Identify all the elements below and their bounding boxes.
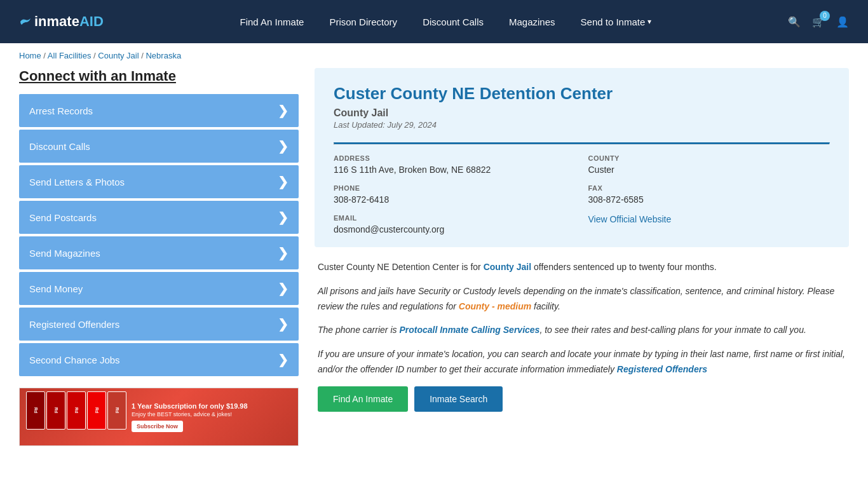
nav-magazines[interactable]: Magazines xyxy=(509,17,555,27)
bottom-buttons: Find An Inmate Inmate Search xyxy=(318,386,846,412)
registered-offenders-link[interactable]: Registered Offenders xyxy=(617,364,707,374)
site-logo: inmateAID xyxy=(19,13,104,30)
fax-label: FAX xyxy=(588,184,831,192)
sidebar-menu: Arrest Records ❯ Discount Calls ❯ Send L… xyxy=(19,94,299,376)
arrow-icon-5: ❯ xyxy=(278,281,288,296)
fax-block: FAX 308-872-6585 xyxy=(588,184,831,205)
email-value: dosmond@custercounty.org xyxy=(334,224,576,234)
facility-divider xyxy=(334,142,830,145)
cart-icon[interactable]: 🛒 0 xyxy=(812,16,825,28)
cart-badge: 0 xyxy=(820,11,830,21)
nav-send-to-inmate[interactable]: Send to Inmate ▾ xyxy=(581,17,652,27)
protocall-link[interactable]: Protocall Inmate Calling Services xyxy=(399,325,539,335)
header-icons-group: 🔍 🛒 0 👤 xyxy=(788,16,849,28)
breadcrumb-state[interactable]: Nebraska xyxy=(146,51,181,60)
address-block: ADDRESS 116 S 11th Ave, Broken Bow, NE 6… xyxy=(334,154,576,175)
advertisement-banner[interactable]: Rd Rd Rd Rd Rd 1 Year Subscription for o… xyxy=(19,388,299,446)
description-section: Custer County NE Detention Center is for… xyxy=(315,260,849,412)
facility-updated: Last Updated: July 29, 2024 xyxy=(334,120,830,130)
nav-discount-calls[interactable]: Discount Calls xyxy=(423,17,484,27)
sidebar-item-send-money[interactable]: Send Money ❯ xyxy=(19,272,299,305)
county-label: COUNTY xyxy=(588,154,831,162)
website-block: View Official Website xyxy=(588,214,831,234)
logo-text-part2: AID xyxy=(79,13,104,30)
desc-para-4: If you are unsure of your inmate's locat… xyxy=(318,347,846,377)
logo-container[interactable]: inmateAID xyxy=(19,13,104,30)
sidebar-item-send-letters[interactable]: Send Letters & Photos ❯ xyxy=(19,165,299,198)
email-label: EMAIL xyxy=(334,214,576,222)
main-content: Connect with an Inmate Arrest Records ❯ … xyxy=(0,68,868,465)
county-medium-link[interactable]: County - medium xyxy=(459,301,531,311)
arrow-icon-3: ❯ xyxy=(278,210,288,225)
ad-subscribe-button[interactable]: Subscribe Now xyxy=(132,421,183,432)
ad-headline: 1 Year Subscription for only $19.98 xyxy=(132,402,292,410)
sidebar-item-send-postcards[interactable]: Send Postcards ❯ xyxy=(19,201,299,234)
magazine-stack: Rd Rd Rd Rd Rd xyxy=(26,391,126,442)
county-block: COUNTY Custer xyxy=(588,154,831,175)
arrow-icon-2: ❯ xyxy=(278,174,288,189)
chevron-down-icon: ▾ xyxy=(648,17,651,26)
breadcrumb-home[interactable]: Home xyxy=(19,51,41,60)
search-icon[interactable]: 🔍 xyxy=(788,16,801,28)
desc-para-3: The phone carrier is Protocall Inmate Ca… xyxy=(318,323,846,338)
breadcrumb: Home / All Facilities / County Jail / Ne… xyxy=(0,43,868,68)
arrow-icon-1: ❯ xyxy=(278,139,288,154)
phone-value: 308-872-6418 xyxy=(334,194,576,205)
ad-text-block: 1 Year Subscription for only $19.98 Enjo… xyxy=(132,402,292,432)
ad-subtext: Enjoy the BEST stories, advice & jokes! xyxy=(132,411,292,417)
main-header: inmateAID Find An Inmate Prison Director… xyxy=(0,0,868,43)
logo-text-part1: inmate xyxy=(34,13,79,30)
desc-para-2: All prisons and jails have Security or C… xyxy=(318,284,846,315)
county-jail-link[interactable]: County Jail xyxy=(484,262,531,272)
nav-prison-directory[interactable]: Prison Directory xyxy=(329,17,397,27)
nav-find-inmate[interactable]: Find An Inmate xyxy=(240,17,304,27)
fax-value: 308-872-6585 xyxy=(588,194,831,205)
main-nav: Find An Inmate Prison Directory Discount… xyxy=(240,17,652,27)
facility-card: Custer County NE Detention Center County… xyxy=(315,68,849,247)
view-official-website-link[interactable]: View Official Website xyxy=(588,214,672,224)
phone-block: PHONE 308-872-6418 xyxy=(334,184,576,205)
arrow-icon-4: ❯ xyxy=(278,245,288,261)
sidebar: Connect with an Inmate Arrest Records ❯ … xyxy=(19,68,299,446)
find-inmate-button[interactable]: Find An Inmate xyxy=(318,386,408,412)
desc-para-1: Custer County NE Detention Center is for… xyxy=(318,260,846,275)
county-value: Custer xyxy=(588,165,831,175)
arrow-icon-0: ❯ xyxy=(278,103,288,118)
arrow-icon-6: ❯ xyxy=(278,316,288,332)
sidebar-title: Connect with an Inmate xyxy=(19,68,299,85)
breadcrumb-county-jail[interactable]: County Jail xyxy=(98,51,139,60)
breadcrumb-all-facilities[interactable]: All Facilities xyxy=(48,51,92,60)
user-icon[interactable]: 👤 xyxy=(836,16,849,28)
sidebar-item-arrest-records[interactable]: Arrest Records ❯ xyxy=(19,94,299,127)
inmate-search-button[interactable]: Inmate Search xyxy=(414,386,503,412)
address-label: ADDRESS xyxy=(334,154,576,162)
arrow-icon-7: ❯ xyxy=(278,352,288,367)
address-value: 116 S 11th Ave, Broken Bow, NE 68822 xyxy=(334,165,576,175)
sidebar-item-discount-calls[interactable]: Discount Calls ❯ xyxy=(19,130,299,163)
email-block: EMAIL dosmond@custercounty.org xyxy=(334,214,576,234)
main-right: Custer County NE Detention Center County… xyxy=(315,68,849,446)
sidebar-item-send-magazines[interactable]: Send Magazines ❯ xyxy=(19,236,299,269)
sidebar-item-second-chance-jobs[interactable]: Second Chance Jobs ❯ xyxy=(19,343,299,376)
facility-type: County Jail xyxy=(334,107,830,119)
facility-name: Custer County NE Detention Center xyxy=(334,84,830,104)
phone-label: PHONE xyxy=(334,184,576,192)
sidebar-item-registered-offenders[interactable]: Registered Offenders ❯ xyxy=(19,308,299,341)
facility-info-grid: ADDRESS 116 S 11th Ave, Broken Bow, NE 6… xyxy=(334,154,830,234)
